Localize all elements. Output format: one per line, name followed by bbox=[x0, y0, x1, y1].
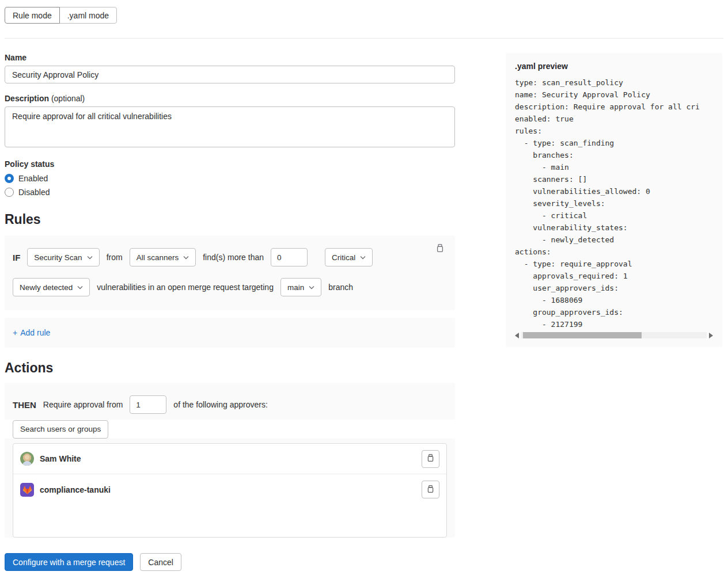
branch-dropdown[interactable]: main bbox=[280, 278, 321, 296]
user-avatar bbox=[20, 452, 34, 466]
plus-icon: + bbox=[13, 328, 17, 337]
cancel-button[interactable]: Cancel bbox=[140, 553, 181, 571]
status-disabled-option[interactable]: Disabled bbox=[5, 185, 455, 199]
scroll-right-arrow-icon[interactable] bbox=[709, 333, 713, 338]
status-enabled-label: Enabled bbox=[18, 174, 48, 183]
tab-rule-mode[interactable]: Rule mode bbox=[5, 7, 60, 24]
branch-label: branch bbox=[328, 283, 353, 292]
group-avatar bbox=[20, 483, 34, 497]
trash-icon bbox=[426, 485, 435, 495]
rule-row-2: Newly detected vulnerabilities in an ope… bbox=[13, 278, 447, 296]
approver-name: compliance-tanuki bbox=[40, 485, 111, 494]
status-disabled-label: Disabled bbox=[18, 188, 50, 197]
policy-form: Name Description (optional) Require appr… bbox=[5, 53, 455, 571]
targeting-label: vulnerabilities in an open merge request… bbox=[97, 283, 274, 292]
yaml-preview-code: type: scan_result_policy name: Security … bbox=[515, 77, 713, 330]
description-optional-text: (optional) bbox=[51, 94, 85, 103]
rule-row-1: IF Security Scan from All scanners find(… bbox=[13, 248, 447, 266]
horizontal-scrollbar[interactable] bbox=[515, 332, 713, 339]
radio-disabled-icon[interactable] bbox=[5, 188, 14, 197]
yaml-preview-panel: .yaml preview type: scan_result_policy n… bbox=[506, 53, 722, 347]
trash-icon bbox=[435, 246, 445, 254]
description-label-text: Description bbox=[5, 94, 49, 103]
approver-search-row: Search users or groups bbox=[5, 420, 455, 439]
chevron-down-icon bbox=[309, 285, 314, 290]
remove-approver-button[interactable] bbox=[422, 450, 439, 468]
actions-heading: Actions bbox=[5, 360, 455, 376]
from-label: from bbox=[107, 253, 123, 262]
then-label: THEN bbox=[13, 400, 36, 410]
name-input[interactable] bbox=[5, 66, 455, 83]
approver-row-compliance-tanuki: compliance-tanuki bbox=[13, 474, 446, 505]
policy-editor: Name Description (optional) Require appr… bbox=[0, 39, 728, 571]
vulnerabilities-count-input[interactable] bbox=[271, 248, 308, 266]
add-rule-button[interactable]: + Add rule bbox=[13, 328, 50, 337]
state-value: Newly detected bbox=[20, 283, 73, 292]
branch-value: main bbox=[287, 283, 304, 292]
yaml-preview-column: .yaml preview type: scan_result_policy n… bbox=[506, 53, 722, 347]
yaml-preview-title: .yaml preview bbox=[515, 62, 713, 71]
description-textarea[interactable]: Require approval for all critical vulner… bbox=[5, 106, 455, 147]
scrollbar-thumb[interactable] bbox=[523, 332, 642, 338]
status-enabled-option[interactable]: Enabled bbox=[5, 172, 455, 185]
actions-panel: THEN Require approval from of the follow… bbox=[5, 383, 455, 538]
search-users-groups-input[interactable]: Search users or groups bbox=[13, 420, 108, 439]
if-label: IF bbox=[13, 253, 20, 262]
scroll-left-arrow-icon[interactable] bbox=[515, 333, 519, 338]
policy-status-label: Policy status bbox=[5, 159, 455, 169]
add-rule-label: Add rule bbox=[20, 328, 50, 337]
add-rule-panel: + Add rule bbox=[5, 318, 455, 348]
form-footer: Configure with a merge request Cancel bbox=[5, 553, 455, 571]
scan-type-value: Security Scan bbox=[34, 253, 82, 262]
scrollbar-track[interactable] bbox=[521, 332, 707, 338]
name-label: Name bbox=[5, 53, 455, 62]
require-approval-label: Require approval from bbox=[43, 400, 123, 409]
approver-row-sam-white: Sam White bbox=[13, 444, 446, 474]
rule-panel: IF Security Scan from All scanners find(… bbox=[5, 235, 455, 310]
approver-name: Sam White bbox=[40, 454, 81, 463]
chevron-down-icon bbox=[183, 256, 189, 260]
trash-icon bbox=[426, 454, 435, 464]
tab-yaml-mode[interactable]: .yaml mode bbox=[59, 7, 117, 24]
approvals-required-input[interactable] bbox=[130, 395, 166, 414]
chevron-down-icon bbox=[77, 285, 83, 290]
radio-enabled-icon[interactable] bbox=[5, 174, 14, 183]
scanners-value: All scanners bbox=[136, 253, 179, 262]
chevron-down-icon bbox=[87, 256, 93, 260]
vulnerability-state-dropdown[interactable]: Newly detected bbox=[13, 278, 90, 296]
delete-rule-button[interactable] bbox=[432, 240, 448, 258]
finds-label: find(s) more than bbox=[203, 253, 264, 262]
rules-heading: Rules bbox=[5, 212, 455, 227]
then-row: THEN Require approval from of the follow… bbox=[5, 383, 455, 420]
severity-dropdown[interactable]: Critical bbox=[325, 248, 373, 266]
approvers-list: Sam White bbox=[13, 443, 447, 538]
remove-approver-button[interactable] bbox=[422, 481, 439, 498]
approvers-label: of the following approvers: bbox=[173, 400, 267, 409]
severity-value: Critical bbox=[332, 253, 355, 262]
scan-type-dropdown[interactable]: Security Scan bbox=[27, 248, 99, 266]
chevron-down-icon bbox=[360, 256, 366, 260]
mode-tabs: Rule mode .yaml mode bbox=[5, 7, 117, 24]
scanners-dropdown[interactable]: All scanners bbox=[130, 248, 196, 266]
description-label: Description (optional) bbox=[5, 94, 455, 103]
configure-merge-request-button[interactable]: Configure with a merge request bbox=[5, 553, 133, 571]
